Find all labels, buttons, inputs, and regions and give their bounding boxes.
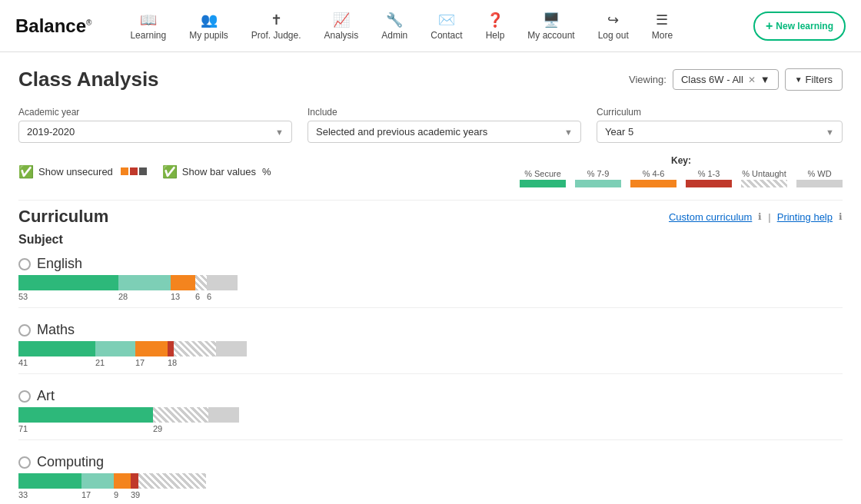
- nav-item-my-account[interactable]: 🖥️ My account: [520, 5, 582, 47]
- bar-val-1: 21: [95, 358, 135, 367]
- nav-item-help[interactable]: ❓ Help: [478, 5, 513, 47]
- nav-item-prof-judge[interactable]: ✝ Prof. Judge.: [244, 5, 309, 47]
- new-learning-plus-icon: +: [766, 19, 773, 33]
- bar-val-empty-5: [216, 358, 247, 367]
- bar-seg-s46: [114, 473, 131, 489]
- key-items: % Secure % 7-9 % 4-6 % 1-3 % Untaught: [520, 169, 843, 187]
- subject-row-english: English53281366: [18, 256, 843, 308]
- logo: Balance®: [15, 15, 91, 37]
- filters-button[interactable]: ▼ Filters: [785, 68, 843, 91]
- bar-seg-wd: [216, 341, 247, 356]
- key-item-untaught: % Untaught: [741, 169, 787, 187]
- links-divider: |: [768, 211, 770, 223]
- viewing-select[interactable]: Class 6W - All ✕ ▼: [673, 69, 779, 90]
- bar-val-0: 41: [18, 358, 95, 367]
- bar-val-3: 39: [131, 490, 138, 499]
- curriculum-filter-label: Curriculum: [597, 107, 843, 118]
- key-bar-wd: [796, 180, 843, 187]
- include-arrow-icon: ▼: [564, 128, 573, 137]
- page-title: Class Analysis: [18, 68, 159, 91]
- nav-item-more[interactable]: ☰ More: [644, 5, 680, 47]
- key-bar-79: [575, 180, 621, 187]
- subject-name-art: Art: [37, 388, 55, 404]
- bar-seg-s46: [171, 275, 195, 290]
- bar-val-1: 29: [153, 424, 208, 433]
- curriculum-select[interactable]: Year 5 ▼: [597, 121, 843, 143]
- bar-seg-s46: [135, 341, 168, 356]
- unsecured-bar-2: [130, 167, 138, 175]
- bar-val-empty-2: [208, 424, 239, 433]
- key-row: ✅ Show unsecured ✅ Show bar values % Key…: [18, 155, 843, 187]
- bar-values-english: 53281366: [18, 292, 341, 301]
- include-filter: Include Selected and previous academic y…: [308, 107, 581, 143]
- curriculum-section-header: Curriculum Custom curriculum ℹ | Printin…: [18, 207, 843, 227]
- bar-seg-untaught: [153, 407, 208, 423]
- key-bar-secure: [520, 180, 566, 187]
- curriculum-filter: Curriculum Year 5 ▼: [597, 107, 843, 143]
- bar-val-2: 9: [114, 490, 131, 499]
- subject-row-maths: Maths41211718: [18, 322, 843, 374]
- bar-values-maths: 41211718: [18, 358, 341, 367]
- prof-judge-icon: ✝: [271, 12, 282, 28]
- show-bar-values-checkbox[interactable]: ✅ Show bar values %: [162, 164, 271, 179]
- custom-curriculum-info-icon[interactable]: ℹ: [758, 211, 762, 222]
- bar-val-0: 53: [18, 292, 118, 301]
- curriculum-links: Custom curriculum ℹ | Printing help ℹ: [669, 211, 843, 223]
- subject-header: Subject: [18, 233, 843, 247]
- viewing-label: Viewing:: [629, 74, 667, 85]
- academic-year-filter: Academic year 2019-2020 ▼: [18, 107, 292, 143]
- viewing-clear-icon[interactable]: ✕: [748, 75, 756, 85]
- bar-seg-s79: [81, 473, 114, 489]
- bar-seg-s79: [95, 341, 135, 356]
- nav-item-learning[interactable]: 📖 Learning: [122, 5, 174, 47]
- nav-item-admin[interactable]: 🔧 Admin: [374, 5, 415, 47]
- nav-item-contact[interactable]: ✉️ Contact: [423, 5, 470, 47]
- page-header: Class Analysis Viewing: Class 6W - All ✕…: [18, 68, 843, 91]
- curriculum-arrow-icon: ▼: [826, 128, 834, 137]
- subject-radio-computing[interactable]: [18, 456, 31, 469]
- bar-seg-s79: [118, 275, 171, 290]
- key-bar-13: [686, 180, 732, 187]
- show-unsecured-checkbox[interactable]: ✅ Show unsecured: [18, 164, 147, 179]
- unsecured-bar-1: [121, 167, 128, 175]
- bar-val-2: 17: [135, 358, 168, 367]
- bar-container-maths: [18, 341, 341, 356]
- new-learning-button[interactable]: + New learning: [753, 12, 846, 41]
- nav-bar: Balance® 📖 Learning 👥 My pupils ✝ Prof. …: [0, 0, 861, 52]
- bar-val-0: 33: [18, 490, 81, 499]
- nav-item-my-pupils[interactable]: 👥 My pupils: [181, 5, 236, 47]
- bar-values-computing: 3317939: [18, 490, 341, 499]
- analysis-icon: 📈: [333, 12, 350, 28]
- subject-radio-maths[interactable]: [18, 324, 31, 337]
- bar-seg-untaught: [195, 275, 207, 290]
- academic-year-label: Academic year: [18, 107, 292, 118]
- main-content: Class Analysis Viewing: Class 6W - All ✕…: [0, 52, 861, 504]
- academic-year-select[interactable]: 2019-2020 ▼: [18, 121, 292, 143]
- bar-val-empty-4: [174, 358, 216, 367]
- bar-seg-s13: [168, 341, 174, 356]
- academic-year-arrow-icon: ▼: [275, 128, 284, 137]
- printing-help-link[interactable]: Printing help: [777, 211, 833, 223]
- subject-radio-art[interactable]: [18, 390, 31, 403]
- bar-val-empty-4: [138, 490, 206, 499]
- subject-radio-english[interactable]: [18, 258, 31, 270]
- viewing-dropdown-icon[interactable]: ▼: [760, 74, 770, 85]
- divider-1: [18, 200, 843, 201]
- help-icon: ❓: [487, 12, 504, 28]
- bar-seg-secure: [18, 341, 95, 356]
- bar-seg-secure: [18, 275, 118, 290]
- key-section: Key: % Secure % 7-9 % 4-6 % 1-3: [520, 155, 843, 187]
- bar-seg-s13: [131, 473, 138, 489]
- printing-help-info-icon[interactable]: ℹ: [839, 211, 843, 222]
- custom-curriculum-link[interactable]: Custom curriculum: [669, 211, 752, 223]
- key-bar-46: [630, 180, 676, 187]
- subject-name-english: English: [37, 256, 82, 272]
- nav-item-log-out[interactable]: ↪ Log out: [590, 5, 637, 47]
- bar-val-3: 18: [168, 358, 174, 367]
- show-bar-values-check-icon: ✅: [162, 164, 178, 179]
- nav-item-analysis[interactable]: 📈 Analysis: [317, 5, 367, 47]
- include-select[interactable]: Selected and previous academic years ▼: [308, 121, 581, 143]
- bar-values-art: 7129: [18, 424, 341, 433]
- nav-items: 📖 Learning 👥 My pupils ✝ Prof. Judge. 📈 …: [122, 5, 846, 47]
- divider-subject-2: [18, 439, 843, 440]
